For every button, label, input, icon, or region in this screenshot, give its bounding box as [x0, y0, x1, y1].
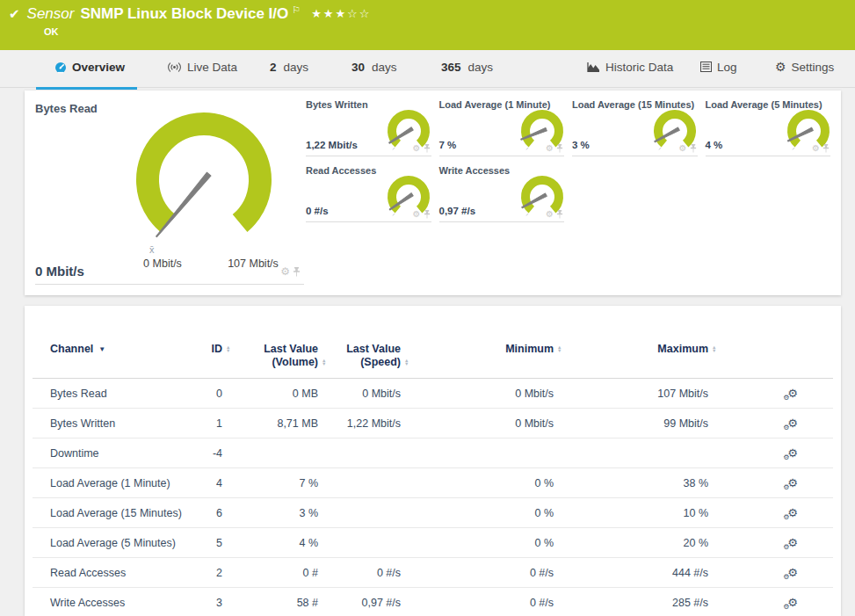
table-row-load-average-1-minute: Load Average (1 Minute)47 %0 %38 %⚙⚙: [33, 468, 833, 498]
cell-channel: Bytes Read: [50, 388, 202, 400]
pin-icon[interactable]: [556, 144, 563, 153]
column-header-last-value-volume[interactable]: Last Value (Volume)▲▼: [222, 343, 318, 369]
sort-desc-icon: ▼: [98, 343, 105, 356]
column-header-channel[interactable]: Channel▼: [50, 343, 202, 369]
gauge-tile-load-average-15-minutes: Load Average (15 Minutes)3 %⚙: [572, 97, 698, 156]
gear-icon[interactable]: ⚙: [280, 266, 290, 277]
tab-live-data[interactable]: Live Data: [167, 61, 237, 87]
cell-id: 0: [202, 388, 222, 400]
column-label: Minimum: [505, 343, 554, 355]
pin-icon[interactable]: [690, 144, 697, 153]
cell-speed: 0 Mbit/s: [318, 388, 401, 400]
cell-min: 0 %: [401, 507, 554, 519]
channel-settings-icon[interactable]: ⚙⚙: [787, 477, 798, 489]
pin-icon[interactable]: [822, 144, 830, 153]
tab-2-days[interactable]: 2days: [270, 61, 308, 87]
channel-settings-icon[interactable]: ⚙⚙: [787, 388, 798, 400]
gauge-tile-bytes-written: Bytes Written1,22 Mbit/s⚙: [306, 97, 431, 156]
cell-min: 0 #/s: [401, 597, 554, 609]
tab-historic-data[interactable]: Historic Data: [587, 61, 673, 87]
gauge-icon: [54, 62, 67, 74]
log-icon: [700, 62, 712, 72]
tab-number: 2: [270, 61, 277, 74]
cell-id: 4: [202, 477, 222, 489]
cell-max: 10 %: [554, 507, 708, 519]
channel-settings-icon[interactable]: ⚙⚙: [787, 537, 798, 549]
gauge-current-value: 7 %: [439, 140, 457, 150]
table-row-downtime: Downtime-4⚙⚙: [33, 438, 833, 468]
pin-icon[interactable]: [424, 144, 431, 153]
cell-channel: Load Average (1 Minute): [50, 477, 202, 489]
flag-icon[interactable]: ⚐: [292, 4, 301, 16]
table-header-row: Channel▼ID▲▼Last Value (Volume)▲▼Last Va…: [33, 343, 833, 379]
tab-label: Log: [717, 61, 737, 74]
gauge-tile-load-average-1-minute: Load Average (1 Minute)7 %⚙: [439, 97, 565, 156]
tab-30-days[interactable]: 30days: [351, 61, 397, 87]
gauge-tile-read-accesses: Read Accesses0 #/s⚙: [306, 163, 431, 222]
cell-min: 0 %: [401, 477, 554, 489]
cell-max: 444 #/s: [554, 567, 708, 579]
tab-label: days: [372, 61, 397, 74]
channel-settings-icon[interactable]: ⚙⚙: [787, 447, 798, 460]
pin-icon[interactable]: [424, 210, 431, 219]
tab-log[interactable]: Log: [700, 61, 737, 87]
cell-min: 0 #/s: [401, 567, 554, 579]
tab-settings[interactable]: ⚙Settings: [775, 61, 834, 87]
cell-channel: Read Accesses: [50, 567, 202, 579]
prtg-sensor-page: { "header": { "kind_label": "Sensor", "t…: [0, 0, 855, 616]
table-row-load-average-5-minutes: Load Average (5 Minutes)54 %0 %20 %⚙⚙: [33, 528, 833, 558]
channel-settings-icon[interactable]: ⚙⚙: [787, 507, 798, 519]
tab-365-days[interactable]: 365days: [441, 61, 493, 87]
gear-icon[interactable]: ⚙: [679, 144, 687, 153]
cell-volume: 7 %: [222, 477, 318, 489]
column-label: Last Value (Speed): [346, 343, 401, 368]
gear-icon[interactable]: ⚙: [546, 210, 554, 219]
overview-gauges-panel: Bytes Read x̄ 0 Mbit/s 107 Mbit/s 0 Mbit…: [25, 91, 841, 295]
average-marker: x̄: [149, 244, 155, 255]
table-row-bytes-read: Bytes Read00 MB0 Mbit/s0 Mbit/s107 Mbit/…: [33, 379, 833, 409]
column-header-maximum[interactable]: Maximum▲▼: [554, 343, 708, 369]
channel-settings-icon[interactable]: ⚙⚙: [787, 567, 798, 579]
broadcast-icon: [167, 62, 182, 73]
gauge-current-value: 0,97 #/s: [439, 206, 476, 216]
column-header-last-value-speed[interactable]: Last Value (Speed)▲▼: [318, 343, 401, 369]
tab-overview[interactable]: Overview: [54, 61, 125, 87]
column-label: Channel: [50, 343, 93, 355]
gauge-tile-load-average-5-minutes: Load Average (5 Minutes)4 %⚙: [706, 97, 831, 156]
table-row-read-accesses: Read Accesses20 #0 #/s0 #/s444 #/s⚙⚙: [33, 558, 833, 588]
gear-icon[interactable]: ⚙: [812, 144, 820, 153]
cell-min: 0 Mbit/s: [401, 388, 554, 400]
cell-id: 5: [202, 537, 222, 549]
gauge-scale-min: 0 Mbit/s: [119, 257, 207, 270]
column-label: Last Value (Volume): [264, 343, 318, 368]
cell-min: 0 %: [401, 537, 554, 549]
tab-label: Overview: [72, 61, 125, 74]
gear-icon[interactable]: ⚙: [413, 144, 421, 153]
pin-icon[interactable]: [293, 267, 301, 277]
sensor-header: ✔ Sensor SNMP Linux Block Device I/O ⚐ ★…: [0, 0, 855, 50]
cell-channel: Write Accesses: [50, 597, 202, 609]
cell-volume: 58 #: [222, 597, 318, 609]
pin-icon[interactable]: [556, 210, 563, 219]
cell-id: 3: [202, 597, 222, 609]
column-label: ID: [212, 343, 223, 355]
cell-id: -4: [202, 447, 222, 460]
priority-stars[interactable]: ★★★☆☆: [311, 7, 371, 20]
cell-min: 0 Mbit/s: [401, 417, 554, 430]
column-header-id[interactable]: ID▲▼: [202, 343, 222, 369]
gauge-current-value: 0 Mbit/s: [35, 264, 84, 279]
channel-settings-icon[interactable]: ⚙⚙: [787, 417, 798, 430]
cell-id: 1: [202, 417, 222, 430]
small-gauge-tiles: Bytes Written1,22 Mbit/s⚙Load Average (1…: [306, 97, 830, 222]
cell-volume: 0 MB: [222, 388, 318, 400]
channel-settings-icon[interactable]: ⚙⚙: [787, 597, 798, 609]
cell-channel: Load Average (5 Minutes): [50, 537, 202, 549]
gear-icon[interactable]: ⚙: [413, 210, 421, 219]
column-header-minimum[interactable]: Minimum▲▼: [401, 343, 554, 369]
cell-speed: 0,97 #/s: [318, 597, 401, 609]
gear-icon[interactable]: ⚙: [546, 144, 554, 153]
gauge-current-value: 1,22 Mbit/s: [306, 140, 358, 150]
status-badge: OK: [44, 26, 59, 37]
table-row-bytes-written: Bytes Written18,71 MB1,22 Mbit/s0 Mbit/s…: [33, 409, 833, 438]
tab-label: days: [284, 61, 309, 74]
